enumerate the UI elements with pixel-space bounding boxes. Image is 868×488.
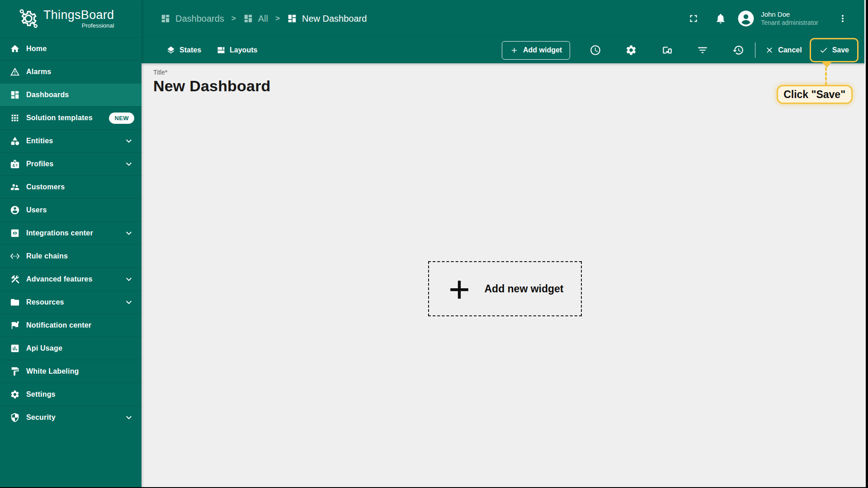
sidebar-item-home[interactable]: Home [0,37,142,60]
chevron-down-icon [123,274,134,285]
flag-icon [10,320,20,330]
fullscreen-icon [688,13,699,24]
save-button[interactable]: Save Click "Save" [814,41,854,59]
breadcrumb-label: All [258,14,268,24]
breadcrumb-item-dashboards[interactable]: Dashboards [160,14,224,24]
sidebar-item-label: Entities [26,137,53,145]
devices-icon [661,44,673,56]
filter-button[interactable] [697,44,708,56]
kebab-menu-icon [837,13,848,24]
bell-icon [715,13,726,24]
shield-icon [10,413,20,422]
entity-aliases-button[interactable] [661,44,673,56]
sidebar-item-resources[interactable]: Resources [0,291,142,314]
sidebar-item-profiles[interactable]: Profiles [0,152,142,175]
sidebar-item-label: Api Usage [26,344,62,352]
cancel-button[interactable]: Cancel [765,46,802,55]
id-badge-icon [10,159,20,169]
states-button[interactable]: States [166,46,201,55]
sidebar-item-label: Notification center [26,321,91,329]
sidebar-item-users[interactable]: Users [0,198,142,221]
folder-icon [10,297,20,307]
sidebar-item-label: Security [26,413,56,422]
notifications-button[interactable] [715,13,726,24]
sidebar-item-white-labeling[interactable]: White Labeling [0,360,142,383]
top-header: Dashboards > All > New Dashboard [142,0,868,37]
close-icon [765,46,774,55]
dashboard-canvas: Title* New Dashboard Add new widget [142,63,868,488]
breadcrumb-separator: > [231,14,236,23]
user-menu[interactable]: John Doe Tenant administrator [761,10,818,27]
layouts-button[interactable]: Layouts [217,46,257,55]
sidebar-item-customers[interactable]: Customers [0,175,142,198]
layout-icon [217,46,226,55]
breadcrumb-label: New Dashboard [302,14,367,24]
timewindow-button[interactable] [590,44,601,56]
breadcrumb-item-all[interactable]: All [243,14,268,24]
dashboard-icon [243,14,253,23]
new-badge: NEW [109,113,134,124]
app-window: ThingsBoard Professional Home Alarms Das… [0,0,868,488]
more-menu-button[interactable] [837,13,848,24]
sidebar-item-settings[interactable]: Settings [0,383,142,406]
sidebar-item-label: White Labeling [26,367,79,375]
fullscreen-button[interactable] [688,13,699,24]
breadcrumb: Dashboards > All > New Dashboard [160,14,367,24]
sidebar-item-label: Integrations center [26,229,93,237]
sidebar-item-security[interactable]: Security [0,406,142,429]
add-widget-label: Add widget [523,46,562,54]
sidebar-item-entities[interactable]: Entities [0,129,142,152]
sidebar-item-dashboards[interactable]: Dashboards [0,83,142,106]
home-icon [10,44,20,54]
dashboard-icon [287,14,297,23]
brand-name: ThingsBoard [43,9,114,21]
breadcrumb-label: Dashboards [175,14,224,24]
add-new-widget-label: Add new widget [484,283,563,295]
history-icon [732,44,744,56]
people-icon [10,182,20,192]
toolbar-right: Add widget [502,41,854,60]
layouts-label: Layouts [230,46,257,54]
sidebar-item-label: Solution templates [26,114,93,122]
sidebar-item-label: Customers [26,183,65,191]
breadcrumb-item-new-dashboard[interactable]: New Dashboard [287,14,367,24]
sidebar-item-alarms[interactable]: Alarms [0,60,142,83]
version-history-button[interactable] [732,44,744,56]
sidebar-item-integrations-center[interactable]: Integrations center [0,221,142,244]
sidebar: ThingsBoard Professional Home Alarms Das… [0,0,142,488]
sidebar-item-label: Home [26,45,47,53]
layers-icon [166,46,175,55]
dashboard-title-input[interactable]: New Dashboard [153,77,868,95]
sidebar-item-advanced-features[interactable]: Advanced features [0,267,142,291]
title-field-label: Title* [153,69,868,76]
brand-logo[interactable]: ThingsBoard Professional [0,0,142,37]
user-name: John Doe [761,10,818,19]
person-circle-icon [10,205,20,215]
shapes-icon [10,136,20,146]
breadcrumb-separator: > [275,14,280,23]
filter-icon [697,44,708,56]
dashboard-settings-button[interactable] [625,44,637,56]
sidebar-nav: Home Alarms Dashboards Solution template… [0,37,142,429]
add-widget-button[interactable]: Add widget [502,41,570,60]
paint-roller-icon [10,366,20,376]
header-actions: John Doe Tenant administrator [688,10,848,27]
gear-icon [625,44,637,56]
dashboard-toolbar: States Layouts Add widget [142,37,868,63]
sidebar-item-label: Dashboards [26,91,69,99]
sidebar-item-notification-center[interactable]: Notification center [0,314,142,337]
states-label: States [179,46,201,54]
main-column: Dashboards > All > New Dashboard [142,0,868,488]
add-new-widget-button[interactable]: Add new widget [428,261,582,316]
avatar[interactable] [737,10,755,27]
save-label: Save [832,46,849,54]
sidebar-item-rule-chains[interactable]: Rule chains [0,244,142,267]
sidebar-item-api-usage[interactable]: Api Usage [0,337,142,360]
bar-chart-box-icon [10,343,20,353]
dashboard-icon [160,14,170,23]
sidebar-item-solution-templates[interactable]: Solution templates NEW [0,106,142,129]
code-brackets-icon [10,251,20,261]
window-edge-right [866,0,868,488]
user-role: Tenant administrator [761,19,818,27]
plus-icon [446,276,472,302]
